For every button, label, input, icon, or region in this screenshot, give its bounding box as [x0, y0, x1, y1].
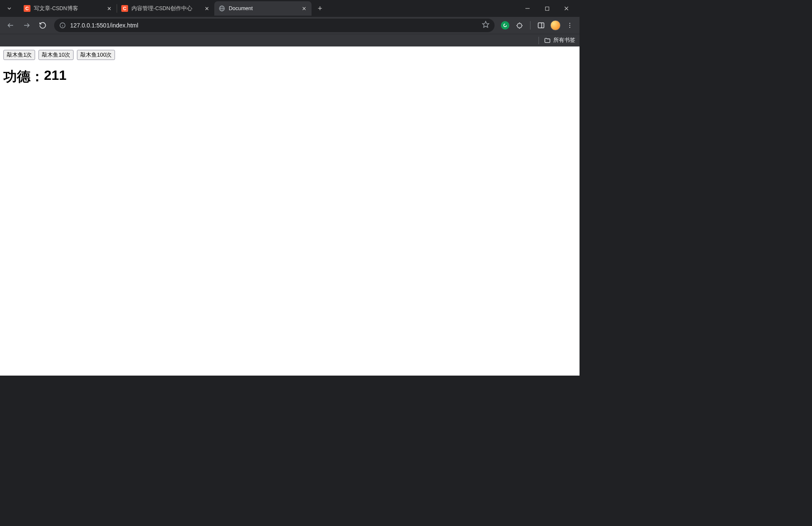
merit-value: 211 [44, 68, 66, 86]
merit-heading: 功德： 211 [3, 68, 576, 86]
svg-marker-12 [483, 22, 489, 27]
knock-10-button[interactable]: 敲木鱼10次 [38, 50, 74, 60]
tab-strip: C 写文章-CSDN博客 ✕ C 内容管理-CSDN创作中心 ✕ Documen… [0, 0, 580, 17]
search-tabs-button[interactable] [3, 3, 15, 14]
tab-csdn-write[interactable]: C 写文章-CSDN博客 ✕ [19, 1, 117, 16]
extension-green-icon[interactable] [499, 19, 511, 32]
address-bar[interactable]: 127.0.0.1:5501/index.html [54, 19, 495, 32]
back-button[interactable] [3, 18, 18, 33]
minimize-button[interactable] [518, 0, 537, 17]
url-text: 127.0.0.1:5501/index.html [70, 22, 478, 29]
toolbar-divider [530, 21, 530, 30]
merit-label: 功德： [3, 68, 44, 86]
svg-point-16 [569, 25, 570, 26]
tab-document[interactable]: Document ✕ [214, 1, 312, 16]
new-tab-button[interactable]: + [314, 3, 326, 14]
side-panel-button[interactable] [535, 19, 547, 32]
all-bookmarks-button[interactable]: 所有书签 [544, 37, 575, 44]
close-window-button[interactable] [557, 0, 576, 17]
tab-title: Document [229, 5, 297, 11]
site-info-icon[interactable] [59, 22, 66, 29]
chrome-menu-button[interactable] [563, 19, 576, 32]
close-tab-button[interactable]: ✕ [203, 5, 210, 12]
folder-icon [544, 37, 551, 44]
close-tab-button[interactable]: ✕ [301, 5, 307, 12]
globe-favicon-icon [219, 5, 225, 12]
window-controls [518, 0, 576, 17]
maximize-button[interactable] [537, 0, 557, 17]
knock-1-button[interactable]: 敲木鱼1次 [3, 50, 35, 60]
csdn-favicon-icon: C [121, 5, 128, 12]
csdn-favicon-icon: C [24, 5, 30, 12]
button-row: 敲木鱼1次 敲木鱼10次 敲木鱼100次 [3, 50, 576, 60]
bookmarks-bar: 所有书签 [0, 34, 580, 46]
page-viewport: 敲木鱼1次 敲木鱼10次 敲木鱼100次 功德： 211 [0, 46, 580, 376]
bookmarks-divider [539, 37, 539, 44]
reload-button[interactable] [36, 18, 50, 33]
tab-title: 写文章-CSDN博客 [34, 5, 102, 12]
close-tab-button[interactable]: ✕ [106, 5, 112, 12]
bookmark-star-icon[interactable] [482, 21, 489, 30]
all-bookmarks-label: 所有书签 [553, 37, 575, 44]
toolbar: 127.0.0.1:5501/index.html [0, 17, 580, 34]
svg-point-15 [569, 23, 570, 24]
profile-avatar[interactable] [549, 19, 562, 32]
forward-button[interactable] [19, 18, 34, 33]
tab-title: 内容管理-CSDN创作中心 [131, 5, 200, 12]
tab-csdn-manage[interactable]: C 内容管理-CSDN创作中心 ✕ [117, 1, 214, 16]
extensions-button[interactable] [513, 19, 526, 32]
knock-100-button[interactable]: 敲木鱼100次 [77, 50, 115, 60]
svg-rect-4 [545, 7, 549, 10]
svg-rect-13 [538, 23, 544, 28]
svg-point-17 [569, 27, 570, 28]
